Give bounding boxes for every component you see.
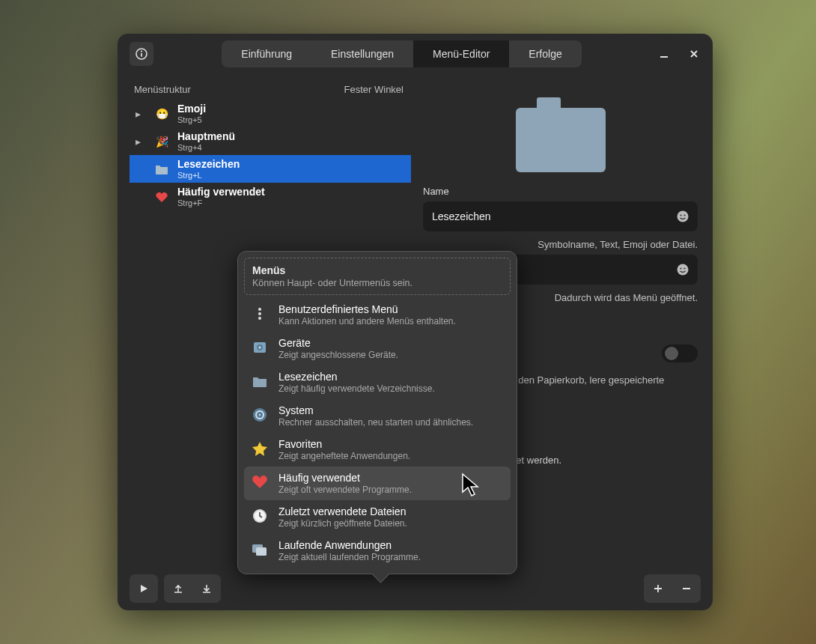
minimize-icon <box>660 49 669 58</box>
center-open-switch[interactable] <box>662 344 698 362</box>
left-title: Menüstruktur <box>134 84 191 95</box>
titlebar: Einführung Einstellungen Menü-Editor Erf… <box>118 34 713 73</box>
popover-item-sub: Rechner ausschalten, neu starten und ähn… <box>278 417 473 428</box>
svg-rect-3 <box>660 56 668 58</box>
popover-item-folder[interactable]: LesezeichenZeigt häufig verwendete Verze… <box>244 365 511 399</box>
popover-subtitle: Können Haupt- oder Untermenüs sein. <box>252 278 502 288</box>
upload-icon <box>173 583 183 594</box>
popover-item-title: Zuletzt verwendete Dateien <box>278 505 407 517</box>
add-remove-group <box>644 574 701 603</box>
popover-item-sub: Zeigt häufig verwendete Verzeichnisse. <box>278 383 435 394</box>
minus-icon <box>681 583 692 594</box>
popover-item-sub: Zeigt kürzlich geöffnete Dateien. <box>278 518 407 529</box>
svg-rect-18 <box>259 414 261 416</box>
popover-item-clock[interactable]: Zuletzt verwendete DateienZeigt kürzlich… <box>244 500 511 534</box>
play-icon <box>138 583 149 594</box>
name-input[interactable]: Lesezeichen <box>423 201 698 231</box>
name-value: Lesezeichen <box>432 210 491 222</box>
svg-point-10 <box>258 308 261 311</box>
popover-item-title: System <box>278 404 473 416</box>
popover-item-windows[interactable]: Laufende AnwendungenZeigt aktuell laufen… <box>244 534 511 568</box>
tree-item-label: Emoji <box>177 103 206 115</box>
info-button[interactable] <box>130 42 153 66</box>
system-icon <box>250 405 270 425</box>
popover-item-sub: Zeigt angeschlossene Geräte. <box>278 350 398 360</box>
star-icon <box>250 439 270 458</box>
popover-item-sub: Zeigt oft verwendete Programme. <box>278 484 412 495</box>
tab-intro[interactable]: Einführung <box>222 40 311 67</box>
tab-achievements[interactable]: Erfolge <box>509 40 581 67</box>
import-export-group <box>164 574 221 603</box>
expand-icon[interactable]: ▸ <box>136 136 146 148</box>
tab-menu-editor[interactable]: Menü-Editor <box>413 40 509 67</box>
tree-item-shortcut: Strg+5 <box>177 115 206 124</box>
popover-item-dots[interactable]: Benutzerdefiniertes MenüKann Aktionen un… <box>244 298 511 332</box>
tree-item-bookmarks[interactable]: Lesezeichen Strg+L <box>130 155 411 183</box>
import-button[interactable] <box>192 574 221 603</box>
info-icon <box>136 48 147 60</box>
emoji-icon: 😷 <box>153 108 170 120</box>
popover-item-title: Laufende Anwendungen <box>278 539 421 551</box>
emoji-picker-button[interactable] <box>675 261 691 278</box>
tree-item-shortcut: Strg+F <box>177 198 265 207</box>
export-button[interactable] <box>164 574 192 603</box>
fixed-angle-toggle-label[interactable]: Fester Winkel <box>344 84 404 95</box>
svg-point-15 <box>259 347 261 349</box>
tree-item-shortcut: Strg+4 <box>177 143 235 152</box>
mouse-cursor <box>461 473 481 498</box>
expand-icon[interactable]: ▸ <box>136 108 146 120</box>
tree-item-label: Lesezeichen <box>177 158 240 170</box>
tree-item-label: Häufig verwendet <box>177 186 265 198</box>
svg-point-12 <box>258 317 261 320</box>
tab-settings[interactable]: Einstellungen <box>311 40 413 67</box>
heart-icon <box>153 191 170 203</box>
devices-icon <box>250 338 270 357</box>
name-label: Name <box>423 186 698 197</box>
plus-icon <box>653 583 663 594</box>
popover-item-sub: Zeigt angeheftete Anwendungen. <box>278 451 410 461</box>
tree-item-frequent[interactable]: Häufig verwendet Strg+F <box>130 183 411 210</box>
popover-item-star[interactable]: FavoritenZeigt angeheftete Anwendungen. <box>244 433 511 467</box>
svg-point-5 <box>680 214 681 216</box>
svg-point-7 <box>678 264 689 276</box>
svg-rect-22 <box>256 547 267 556</box>
popover-item-title: Lesezeichen <box>278 371 435 383</box>
popover-item-devices[interactable]: GeräteZeigt angeschlossene Geräte. <box>244 332 511 365</box>
popover-item-title: Benutzerdefiniertes Menü <box>278 303 456 315</box>
popover-title: Menüs <box>252 264 502 276</box>
popover-item-system[interactable]: SystemRechner ausschalten, neu starten u… <box>244 399 511 433</box>
popover-item-title: Geräte <box>278 337 398 349</box>
popover-header: Menüs Können Haupt- oder Untermenüs sein… <box>244 258 511 295</box>
tab-bar: Einführung Einstellungen Menü-Editor Erf… <box>222 40 581 67</box>
tree-item-main-menu[interactable]: ▸ 🎉 Hauptmenü Strg+4 <box>130 127 411 155</box>
svg-point-4 <box>678 211 689 222</box>
svg-point-9 <box>683 267 685 269</box>
svg-point-1 <box>141 50 142 52</box>
svg-point-11 <box>258 312 261 315</box>
add-button[interactable] <box>644 574 672 603</box>
tree-item-emoji[interactable]: ▸ 😷 Emoji Strg+5 <box>130 100 411 127</box>
left-header: Menüstruktur Fester Winkel <box>130 81 411 100</box>
icon-preview[interactable] <box>516 97 606 172</box>
tree-item-label: Hauptmenü <box>177 130 235 142</box>
folder-icon <box>153 163 170 175</box>
close-icon <box>689 49 698 58</box>
tree-item-shortcut: Strg+L <box>177 171 240 180</box>
minimize-button[interactable] <box>653 43 675 65</box>
download-icon <box>201 583 212 594</box>
windows-icon <box>250 540 270 559</box>
svg-rect-2 <box>141 52 142 56</box>
play-button[interactable] <box>130 574 158 603</box>
heart-icon <box>250 473 270 492</box>
emoji-picker-button[interactable] <box>675 208 691 225</box>
folder-icon <box>250 371 270 391</box>
popover-item-title: Häufig verwendet <box>278 472 412 484</box>
confetti-icon: 🎉 <box>153 136 170 148</box>
dots-icon <box>250 304 270 323</box>
remove-button[interactable] <box>672 574 701 603</box>
smiley-icon <box>676 210 689 223</box>
popover-item-title: Favoriten <box>278 438 410 450</box>
close-button[interactable] <box>683 43 705 65</box>
icon-field-hint: Symbolname, Text, Emoji oder Datei. <box>423 239 698 250</box>
add-menu-popover: Menüs Können Haupt- oder Untermenüs sein… <box>237 251 517 574</box>
